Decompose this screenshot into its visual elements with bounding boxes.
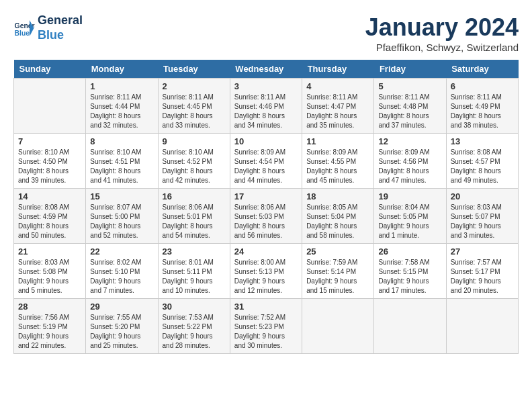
day-header-thursday: Thursday [302, 60, 374, 79]
day-cell [374, 299, 446, 354]
day-cell: 20Sunrise: 8:03 AMSunset: 5:07 PMDayligh… [446, 189, 518, 244]
day-number: 7 [18, 136, 81, 146]
day-info: Sunrise: 8:02 AMSunset: 5:10 PMDaylight:… [90, 258, 153, 295]
day-number: 27 [451, 246, 514, 257]
week-row-2: 7Sunrise: 8:10 AMSunset: 4:50 PMDaylight… [14, 134, 519, 189]
logo: General Blue General Blue [13, 13, 83, 42]
day-number: 2 [163, 81, 226, 91]
day-info: Sunrise: 8:00 AMSunset: 5:13 PMDaylight:… [234, 258, 298, 295]
day-cell: 31Sunrise: 7:52 AMSunset: 5:23 PMDayligh… [230, 299, 302, 354]
day-number: 20 [451, 191, 514, 201]
day-info: Sunrise: 8:11 AMSunset: 4:49 PMDaylight:… [451, 93, 514, 130]
day-cell: 16Sunrise: 8:06 AMSunset: 5:01 PMDayligh… [158, 189, 230, 244]
day-info: Sunrise: 8:01 AMSunset: 5:11 PMDaylight:… [163, 258, 226, 295]
day-info: Sunrise: 8:10 AMSunset: 4:51 PMDaylight:… [90, 148, 153, 185]
day-cell: 25Sunrise: 7:59 AMSunset: 5:14 PMDayligh… [302, 244, 374, 299]
day-number: 12 [378, 136, 441, 146]
day-number: 10 [234, 136, 298, 146]
day-number: 11 [306, 136, 369, 146]
day-info: Sunrise: 7:53 AMSunset: 5:22 PMDaylight:… [163, 313, 226, 351]
day-cell: 26Sunrise: 7:58 AMSunset: 5:15 PMDayligh… [374, 244, 446, 299]
day-cell: 7Sunrise: 8:10 AMSunset: 4:50 PMDaylight… [14, 134, 86, 189]
day-cell: 15Sunrise: 8:07 AMSunset: 5:00 PMDayligh… [86, 189, 158, 244]
day-number: 13 [451, 136, 514, 146]
day-info: Sunrise: 7:57 AMSunset: 5:17 PMDaylight:… [451, 258, 514, 295]
svg-text:Blue: Blue [15, 30, 30, 37]
day-cell: 28Sunrise: 7:56 AMSunset: 5:19 PMDayligh… [14, 299, 86, 354]
day-number: 8 [90, 136, 153, 146]
calendar-header-row: SundayMondayTuesdayWednesdayThursdayFrid… [14, 60, 519, 79]
day-info: Sunrise: 8:10 AMSunset: 4:52 PMDaylight:… [163, 148, 226, 185]
day-cell: 14Sunrise: 8:08 AMSunset: 4:59 PMDayligh… [14, 189, 86, 244]
week-row-5: 28Sunrise: 7:56 AMSunset: 5:19 PMDayligh… [14, 299, 519, 354]
page-header: General Blue General Blue January 2024 P… [13, 13, 519, 53]
day-cell: 9Sunrise: 8:10 AMSunset: 4:52 PMDaylight… [158, 134, 230, 189]
day-number: 25 [306, 246, 369, 257]
location-subtitle: Pfaeffikon, Schwyz, Switzerland [365, 42, 519, 53]
day-header-wednesday: Wednesday [230, 60, 302, 79]
day-header-tuesday: Tuesday [158, 60, 230, 79]
day-cell: 17Sunrise: 8:06 AMSunset: 5:03 PMDayligh… [230, 189, 302, 244]
day-number: 22 [90, 246, 153, 257]
logo-icon: General Blue [13, 17, 35, 39]
day-number: 15 [90, 191, 153, 201]
day-info: Sunrise: 8:09 AMSunset: 4:56 PMDaylight:… [378, 148, 441, 185]
calendar-table: SundayMondayTuesdayWednesdayThursdayFrid… [13, 60, 519, 354]
day-number: 1 [90, 81, 153, 91]
day-cell: 3Sunrise: 8:11 AMSunset: 4:46 PMDaylight… [230, 79, 302, 134]
day-info: Sunrise: 7:56 AMSunset: 5:19 PMDaylight:… [18, 313, 81, 351]
day-info: Sunrise: 8:03 AMSunset: 5:07 PMDaylight:… [451, 203, 514, 240]
day-cell [446, 299, 518, 354]
day-info: Sunrise: 7:52 AMSunset: 5:23 PMDaylight:… [234, 313, 298, 351]
day-number: 26 [378, 246, 441, 257]
day-header-saturday: Saturday [446, 60, 518, 79]
day-info: Sunrise: 8:11 AMSunset: 4:45 PMDaylight:… [163, 93, 226, 130]
logo-general: General [38, 13, 83, 28]
day-cell: 29Sunrise: 7:55 AMSunset: 5:20 PMDayligh… [86, 299, 158, 354]
day-number: 24 [234, 246, 298, 257]
day-cell: 30Sunrise: 7:53 AMSunset: 5:22 PMDayligh… [158, 299, 230, 354]
day-cell: 12Sunrise: 8:09 AMSunset: 4:56 PMDayligh… [374, 134, 446, 189]
day-number: 30 [163, 302, 226, 312]
week-row-1: 1Sunrise: 8:11 AMSunset: 4:44 PMDaylight… [14, 79, 519, 134]
logo-blue: Blue [38, 28, 83, 43]
day-info: Sunrise: 8:04 AMSunset: 5:05 PMDaylight:… [378, 203, 441, 240]
day-cell: 22Sunrise: 8:02 AMSunset: 5:10 PMDayligh… [86, 244, 158, 299]
day-number: 5 [378, 81, 441, 91]
day-cell: 2Sunrise: 8:11 AMSunset: 4:45 PMDaylight… [158, 79, 230, 134]
day-cell: 21Sunrise: 8:03 AMSunset: 5:08 PMDayligh… [14, 244, 86, 299]
month-title: January 2024 [365, 13, 519, 42]
day-cell: 19Sunrise: 8:04 AMSunset: 5:05 PMDayligh… [374, 189, 446, 244]
day-cell: 23Sunrise: 8:01 AMSunset: 5:11 PMDayligh… [158, 244, 230, 299]
day-info: Sunrise: 8:06 AMSunset: 5:03 PMDaylight:… [234, 203, 298, 240]
day-cell: 5Sunrise: 8:11 AMSunset: 4:48 PMDaylight… [374, 79, 446, 134]
day-info: Sunrise: 8:11 AMSunset: 4:48 PMDaylight:… [378, 93, 441, 130]
day-info: Sunrise: 8:07 AMSunset: 5:00 PMDaylight:… [90, 203, 153, 240]
day-header-monday: Monday [86, 60, 158, 79]
day-info: Sunrise: 8:08 AMSunset: 4:59 PMDaylight:… [18, 203, 81, 240]
day-number: 4 [306, 81, 369, 91]
day-number: 19 [378, 191, 441, 201]
day-info: Sunrise: 7:55 AMSunset: 5:20 PMDaylight:… [90, 313, 153, 351]
day-number: 18 [306, 191, 369, 201]
day-cell: 1Sunrise: 8:11 AMSunset: 4:44 PMDaylight… [86, 79, 158, 134]
day-info: Sunrise: 8:11 AMSunset: 4:46 PMDaylight:… [234, 93, 298, 130]
day-info: Sunrise: 8:09 AMSunset: 4:55 PMDaylight:… [306, 148, 369, 185]
day-number: 21 [18, 246, 81, 257]
day-cell: 13Sunrise: 8:08 AMSunset: 4:57 PMDayligh… [446, 134, 518, 189]
day-number: 17 [234, 191, 298, 201]
day-info: Sunrise: 8:03 AMSunset: 5:08 PMDaylight:… [18, 258, 81, 295]
day-cell: 8Sunrise: 8:10 AMSunset: 4:51 PMDaylight… [86, 134, 158, 189]
day-header-friday: Friday [374, 60, 446, 79]
day-info: Sunrise: 8:05 AMSunset: 5:04 PMDaylight:… [306, 203, 369, 240]
day-cell: 4Sunrise: 8:11 AMSunset: 4:47 PMDaylight… [302, 79, 374, 134]
day-number: 23 [163, 246, 226, 257]
day-cell: 18Sunrise: 8:05 AMSunset: 5:04 PMDayligh… [302, 189, 374, 244]
day-number: 3 [234, 81, 298, 91]
day-number: 16 [163, 191, 226, 201]
day-cell: 10Sunrise: 8:09 AMSunset: 4:54 PMDayligh… [230, 134, 302, 189]
title-block: January 2024 Pfaeffikon, Schwyz, Switzer… [365, 13, 519, 53]
day-number: 31 [234, 302, 298, 312]
day-number: 14 [18, 191, 81, 201]
day-cell: 27Sunrise: 7:57 AMSunset: 5:17 PMDayligh… [446, 244, 518, 299]
